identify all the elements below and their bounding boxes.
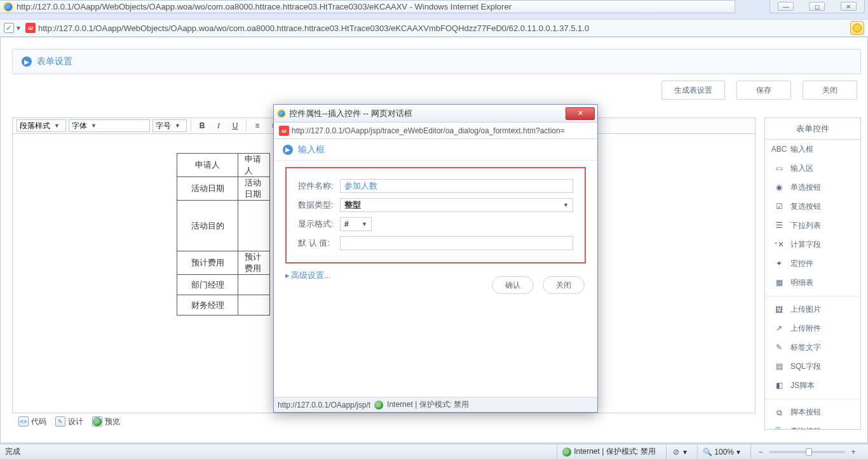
sidebar-item-icon: ▤ [774, 361, 784, 371]
sidebar-item[interactable]: ◉单选按钮 [765, 178, 860, 197]
cell-value[interactable]: 活动日期 [238, 177, 270, 201]
maximize-button[interactable]: ◻ [809, 2, 825, 11]
zoom-in-button[interactable]: + [849, 448, 858, 456]
bold-button[interactable]: B [195, 119, 209, 132]
underline-button[interactable]: U [228, 119, 242, 132]
dialog-address-bar: ω http://127.0.0.1/OAapp/jsp/trace_eWebE… [274, 123, 597, 139]
sidebar-item[interactable]: ▭输入区 [765, 159, 860, 178]
tab-preview[interactable]: 预览 [92, 416, 120, 427]
sidebar-item[interactable]: ◧JS脚本 [765, 376, 860, 395]
sidebar-item-icon: ◧ [774, 380, 784, 390]
sidebar-item[interactable]: ABC输入框 [765, 140, 860, 159]
code-icon: <> [18, 416, 29, 427]
sidebar-item[interactable]: ✎标签文字 [765, 338, 860, 357]
table-row: 申请人申请人 [177, 154, 270, 177]
cell-label: 活动日期 [177, 177, 238, 201]
align-left-button[interactable]: ≡ [250, 119, 264, 132]
sidebar-item[interactable]: ⧉脚本按钮 [765, 399, 860, 422]
sidebar-item-icon: ⁺✕ [774, 239, 784, 249]
sidebar-item[interactable]: 🖼上传图片 [765, 296, 860, 319]
tab-code[interactable]: <>代码 [18, 416, 46, 427]
minimize-button[interactable]: — [778, 2, 794, 11]
ok-button[interactable]: 确认 [492, 276, 534, 294]
default-value-input[interactable] [340, 236, 573, 250]
form-table: 申请人申请人 活动日期活动日期 活动目的 预计费用预计费用 部门经理 财务经理 [177, 153, 270, 316]
cancel-button[interactable]: 关闭 [543, 276, 585, 294]
dialog-titlebar[interactable]: 控件属性--插入控件 -- 网页对话框 ✕ [274, 105, 597, 123]
cell-value[interactable]: 申请人 [238, 154, 270, 177]
cell-value[interactable] [238, 275, 270, 295]
table-row: 部门经理 [177, 275, 270, 295]
zoom-out-button[interactable]: − [756, 448, 765, 456]
globe-icon [374, 401, 383, 409]
compat-view-button[interactable] [850, 21, 864, 35]
table-row: 活动目的 [177, 201, 270, 251]
dialog-url[interactable]: http://127.0.0.1/OAapp/jsp/trace_eWebEdi… [292, 126, 595, 135]
font-family-select[interactable]: 字体▼ [69, 119, 150, 132]
dialog-section-header: ▶ 输入框 [274, 139, 597, 161]
status-tools[interactable]: ⊘▾ [666, 444, 692, 460]
sidebar-item[interactable]: 🔍查询按钮 [765, 422, 860, 430]
cell-value[interactable]: 预计费用 [238, 251, 270, 275]
arrow-right-icon: ▶ [283, 145, 293, 155]
field-label-type: 数据类型: [298, 199, 340, 211]
generate-button[interactable]: 生成表设置 [661, 81, 725, 100]
window-controls: — ◻ ✕ [770, 0, 865, 13]
slider-knob[interactable] [806, 448, 812, 456]
italic-button[interactable]: I [212, 119, 226, 132]
tab-design[interactable]: ✎设计 [55, 416, 83, 427]
sidebar-item-label: 标签文字 [790, 342, 821, 353]
status-text: 完成 [5, 446, 20, 457]
action-button-row: 生成表设置 保存 关闭 [12, 74, 861, 106]
table-row: 财务经理 [177, 295, 270, 316]
dropdown-icon[interactable]: ▾ [17, 23, 23, 32]
close-window-button[interactable]: ✕ [841, 2, 857, 11]
control-name-input[interactable]: 参加人数 [340, 179, 573, 193]
cell-value[interactable] [238, 201, 270, 251]
sidebar-item-icon: ⧉ [774, 408, 784, 418]
sidebar-item-icon: ABC [774, 144, 784, 154]
sidebar-title: 表单控件 [765, 118, 860, 140]
sidebar-item[interactable]: ⁺✕计算字段 [765, 235, 860, 254]
paragraph-style-select[interactable]: 段落样式▼ [17, 119, 66, 132]
table-row: 活动日期活动日期 [177, 177, 270, 201]
sidebar-item-icon: ✦ [774, 258, 784, 269]
sidebar-item[interactable]: ✦宏控件 [765, 254, 860, 273]
sidebar-item[interactable]: ↗上传附件 [765, 319, 860, 338]
display-format-select[interactable]: #▼ [340, 217, 372, 231]
zoom-control[interactable]: 🔍 100% ▾ [697, 444, 745, 460]
cell-value[interactable] [238, 295, 270, 316]
sidebar-item-label: 宏控件 [790, 258, 813, 269]
close-button[interactable]: 关闭 [803, 81, 857, 100]
dialog-statusbar: http://127.0.0.1/OAapp/jsp/t Internet | … [274, 397, 597, 412]
preview-icon [92, 416, 102, 427]
font-size-select[interactable]: 字号▼ [153, 119, 187, 132]
sidebar-item[interactable]: ▤SQL字段 [765, 357, 860, 376]
window-title: http://127.0.0.1/OAapp/WebObjects/OAapp.… [17, 2, 512, 11]
zoom-slider[interactable] [769, 451, 845, 453]
separator [191, 120, 191, 131]
save-button[interactable]: 保存 [736, 81, 791, 100]
address-url[interactable]: http://127.0.0.1/OAapp/WebObjects/OAapp.… [38, 23, 846, 33]
sidebar-item-label: 上传图片 [790, 304, 821, 315]
sidebar-item-icon: ◉ [774, 182, 784, 192]
cell-label: 预计费用 [177, 251, 238, 275]
data-type-select[interactable]: 整型▼ [340, 198, 573, 212]
sidebar-item[interactable]: ▦明细表 [765, 273, 860, 292]
zoom-slider-cell: − + [750, 444, 863, 460]
address-bar-row: ✓ ▾ ω http://127.0.0.1/OAapp/WebObjects/… [0, 19, 868, 37]
sidebar-item[interactable]: ☰下拉列表 [765, 216, 860, 235]
status-security-zone[interactable]: Internet | 保护模式: 禁用 [557, 444, 661, 460]
sidebar-item-label: 单选按钮 [790, 182, 821, 193]
dialog-button-row: 确认 关闭 [492, 276, 585, 294]
sidebar-item[interactable]: ☑复选按钮 [765, 197, 860, 216]
dialog-status-url: http://127.0.0.1/OAapp/jsp/t [278, 401, 370, 409]
dialog-status-zone: Internet | 保护模式: 禁用 [387, 399, 469, 410]
sidebar-item-label: 下拉列表 [790, 220, 821, 231]
ie-icon [3, 2, 13, 12]
dialog-close-button[interactable]: ✕ [566, 107, 595, 120]
design-icon: ✎ [55, 416, 65, 427]
editor-footer-tabs: <>代码 ✎设计 预览 [12, 413, 756, 430]
table-row: 预计费用预计费用 [177, 251, 270, 275]
security-shield-icon[interactable]: ✓ [4, 23, 14, 33]
